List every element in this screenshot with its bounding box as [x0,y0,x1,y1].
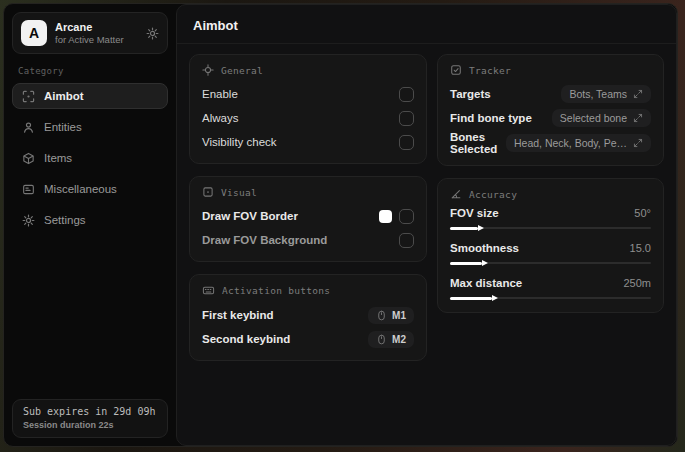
max-distance-slider-group: Max distance 250m [450,277,651,299]
fov-size-slider-group: FOV size 50° [450,207,651,229]
left-column: General Enable Always Visibility check [189,54,427,373]
setting-row-second-keybind: Second keybind M2 [202,328,414,350]
sidebar-item-entities[interactable]: Entities [12,114,168,140]
visibility-check-checkbox[interactable] [399,135,414,150]
setting-row-always: Always [202,107,414,129]
accuracy-card-header: Accuracy [450,188,651,200]
targets-dropdown[interactable]: Bots, Teams [561,85,651,103]
activation-buttons-card: Activation buttons First keybind M1 [189,274,427,361]
setting-label: Max distance [450,277,522,289]
setting-label: Bones Selected [450,131,506,155]
app-name: Arcane [55,21,124,33]
sidebar-item-label: Miscellaneous [44,183,117,195]
expand-icon [633,113,643,123]
setting-label: Draw FOV Background [202,234,327,246]
mouse-icon [376,334,387,345]
setting-row-first-keybind: First keybind M1 [202,304,414,326]
second-keybind-button[interactable]: M2 [368,331,414,348]
sidebar-item-label: Items [44,152,72,164]
page-title: Aimbot [177,5,676,44]
mouse-icon [376,310,387,321]
list-icon [22,183,35,196]
setting-label: Visibility check [202,136,277,148]
setting-row-visibility-check: Visibility check [202,131,414,153]
setting-label: Enable [202,88,238,100]
main-panel: Aimbot General Enable [176,4,677,446]
fov-border-color-swatch[interactable] [379,210,392,223]
keybind-value: M1 [392,310,406,321]
slider-fill [450,262,482,265]
tracker-card-header: Tracker [450,64,651,76]
slider-value: 250m [623,277,651,289]
fov-size-slider[interactable] [450,227,651,229]
slider-value: 50° [634,207,651,219]
dropdown-value: Bots, Teams [569,88,627,100]
sub-expiry-text: Sub expires in 29d 09h [23,406,157,417]
app-logo: A [21,20,47,46]
general-card-header: General [202,64,414,76]
session-duration-text: Session duration 22s [23,420,157,430]
expand-icon [633,89,643,99]
app-subtitle: for Active Matter [55,34,124,45]
target-box-icon [450,64,462,76]
gear-icon[interactable] [146,27,159,40]
person-icon [22,121,35,134]
sidebar: A Arcane for Active Matter Category Aimb [4,4,176,446]
setting-row-targets: Targets Bots, Teams [450,83,651,105]
keybind-value: M2 [392,334,406,345]
find-bone-type-dropdown[interactable]: Selected bone [552,109,651,127]
setting-label: Draw FOV Border [202,210,298,222]
setting-label: Targets [450,88,491,100]
aimbot-crosshair-icon [22,90,35,103]
section-title: General [221,65,263,76]
sidebar-item-label: Entities [44,121,82,133]
activation-card-header: Activation buttons [202,284,414,297]
crosshair-icon [202,64,214,76]
setting-label: Find bone type [450,112,532,124]
keyboard-icon [202,284,215,297]
fov-background-checkbox[interactable] [399,233,414,248]
accuracy-card: Accuracy FOV size 50° Smoothness [437,178,664,313]
sidebar-item-aimbot[interactable]: Aimbot [12,83,168,109]
always-checkbox[interactable] [399,111,414,126]
slider-value: 15.0 [630,242,651,254]
max-distance-slider[interactable] [450,297,651,299]
dropdown-value: Selected bone [560,112,627,124]
setting-label: First keybind [202,309,274,321]
smoothness-slider-group: Smoothness 15.0 [450,242,651,264]
section-title: Activation buttons [222,285,330,296]
frame-icon [202,186,214,198]
setting-label: Second keybind [202,333,290,345]
tracker-card: Tracker Targets Bots, Teams [437,54,664,166]
dropdown-value: Head, Neck, Body, Pe… [514,137,627,149]
sidebar-item-miscellaneous[interactable]: Miscellaneous [12,176,168,202]
enable-checkbox[interactable] [399,87,414,102]
app-header-card: A Arcane for Active Matter [12,12,168,54]
slider-fill [450,297,492,300]
setting-label: FOV size [450,207,499,219]
setting-row-enable: Enable [202,83,414,105]
sidebar-item-settings[interactable]: Settings [12,207,168,233]
setting-row-find-bone-type: Find bone type Selected bone [450,107,651,129]
setting-row-fov-background: Draw FOV Background [202,229,414,251]
general-card: General Enable Always Visibility check [189,54,427,164]
setting-label: Always [202,112,238,124]
setting-row-bones-selected: Bones Selected Head, Neck, Body, Pe… [450,131,651,155]
fov-border-checkbox[interactable] [399,209,414,224]
bones-selected-dropdown[interactable]: Head, Neck, Body, Pe… [506,134,651,152]
right-column: Tracker Targets Bots, Teams [437,54,664,325]
subscription-info-card: Sub expires in 29d 09h Session duration … [12,399,168,438]
expand-icon [633,138,643,148]
first-keybind-button[interactable]: M1 [368,307,414,324]
setting-label: Smoothness [450,242,519,254]
section-title: Visual [221,187,257,198]
slider-fill [450,227,478,230]
sidebar-item-items[interactable]: Items [12,145,168,171]
visual-card: Visual Draw FOV Border Draw FOV Backgrou… [189,176,427,262]
category-label: Category [18,66,162,76]
content-area: General Enable Always Visibility check [177,44,676,383]
sidebar-item-label: Settings [44,214,86,226]
section-title: Accuracy [469,189,517,200]
angle-icon [450,188,462,200]
smoothness-slider[interactable] [450,262,651,264]
